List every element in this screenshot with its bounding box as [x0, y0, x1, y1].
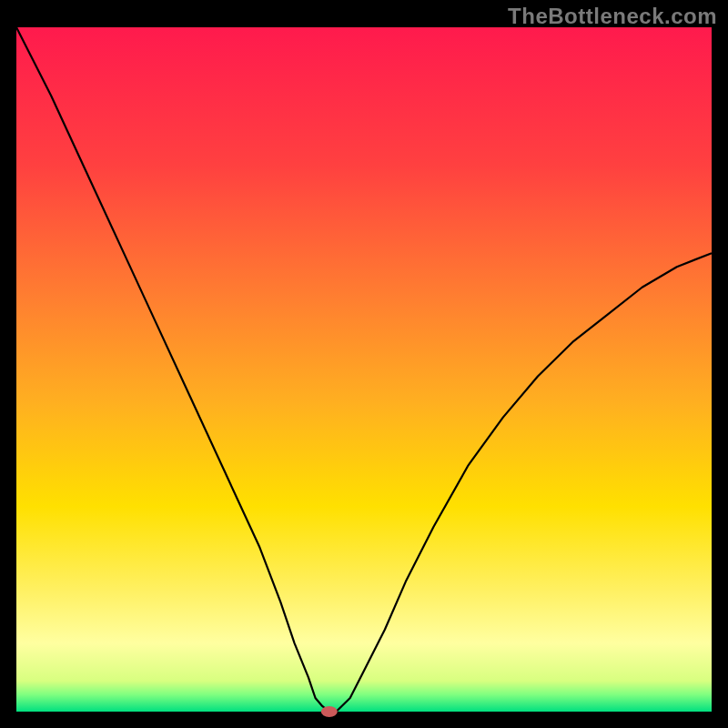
bottleneck-chart: TheBottleneck.com [0, 0, 728, 728]
optimum-marker [321, 706, 338, 717]
chart-background [16, 27, 712, 712]
watermark-text: TheBottleneck.com [508, 4, 717, 29]
chart-svg [0, 0, 728, 728]
